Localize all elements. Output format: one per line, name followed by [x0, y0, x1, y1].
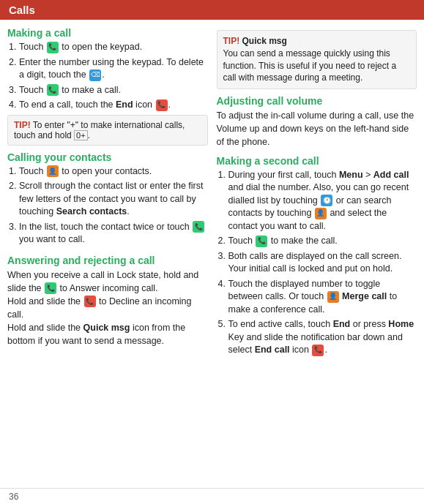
page-number-bar: 36	[0, 488, 424, 504]
section-making-second-call: Making a second call During your first c…	[217, 155, 417, 359]
phone-green-icon-2: 📞	[47, 84, 59, 96]
list-item: Touch 👤 to open your contacts.	[19, 165, 208, 178]
header-title: Calls	[9, 4, 35, 16]
quick-msg-label: Quick msg	[83, 323, 130, 333]
list-item: During your first call, touch Menu > Add…	[228, 169, 417, 233]
left-column: Making a call Touch 📞 to open the keypad…	[7, 27, 208, 477]
list-item: Touch 📞 to make a call.	[19, 84, 208, 97]
section-calling-contacts: Calling your contacts Touch 👤 to open yo…	[7, 151, 208, 249]
page-number: 36	[9, 492, 18, 502]
second-call-list: During your first call, touch Menu > Add…	[217, 169, 417, 357]
list-item: Touch 📞 to make the call.	[228, 235, 417, 248]
answering-body-2: Hold and slide the 📞 to Decline an incom…	[7, 295, 208, 321]
list-item: In the list, touch the contact twice or …	[19, 221, 208, 247]
making-a-call-list: Touch 📞 to open the keypad. Enter the nu…	[7, 41, 208, 112]
section-title-calling-contacts: Calling your contacts	[7, 151, 208, 163]
list-item: To end a call, touch the End icon 📞.	[19, 99, 208, 112]
answering-body-3: Hold and slide the Quick msg icon from t…	[7, 321, 208, 347]
list-item: To end active calls, touch End or press …	[228, 318, 417, 357]
answer-icon: 📞	[45, 282, 56, 294]
right-column: TIP! Quick msg You can send a message qu…	[217, 27, 417, 477]
calling-contacts-list: Touch 👤 to open your contacts. Scroll th…	[7, 165, 208, 247]
contact-icon: 👤	[47, 165, 59, 177]
tip-label: TIP!	[223, 36, 240, 46]
zero-plus-key: 0+	[74, 130, 88, 140]
header-bar: Calls	[0, 0, 424, 20]
tip-box-quick-msg: TIP! Quick msg You can send a message qu…	[217, 30, 417, 89]
list-item: Touch the displayed number to toggle bet…	[228, 278, 417, 317]
merge-icon: 👤	[327, 291, 339, 303]
phone-red-icon: 📞	[156, 99, 168, 111]
end-call-icon: 📞	[312, 345, 324, 356]
keypad-icon: ⌫	[89, 69, 101, 81]
section-answering-rejecting: Answering and rejecting a call When you …	[7, 255, 208, 348]
person-icon: 👤	[315, 208, 327, 219]
list-item: Scroll through the contact list or enter…	[19, 180, 208, 219]
section-title-adjusting-volume: Adjusting call volume	[217, 95, 417, 107]
phone-green-icon-3: 📞	[193, 221, 204, 233]
phone-green-icon-4: 📞	[256, 236, 267, 247]
quick-msg-tip-title: Quick msg	[242, 36, 287, 46]
list-item: Enter the number using the keypad. To de…	[19, 56, 208, 82]
recent-icon: 🕐	[321, 195, 332, 206]
list-item: Both calls are displayed on the call scr…	[228, 250, 417, 276]
decline-icon: 📞	[84, 296, 96, 307]
phone-green-icon: 📞	[47, 42, 59, 53]
section-adjusting-volume: Adjusting call volume To adjust the in-c…	[217, 95, 417, 148]
tip-box-international: TIP! To enter "+" to make international …	[7, 115, 208, 146]
list-item: Touch 📞 to open the keypad.	[19, 41, 208, 54]
section-title-making-a-call: Making a call	[7, 27, 208, 39]
answering-body-1: When you receive a call in Lock state, h…	[7, 268, 208, 295]
section-title-answering-rejecting: Answering and rejecting a call	[7, 255, 208, 266]
tip-text: You can send a message quickly using thi…	[223, 48, 411, 84]
adjusting-volume-body: To adjust the in-call volume during a ca…	[217, 109, 417, 148]
section-title-making-second-call: Making a second call	[217, 155, 417, 167]
section-making-a-call: Making a call Touch 📞 to open the keypad…	[7, 27, 208, 146]
